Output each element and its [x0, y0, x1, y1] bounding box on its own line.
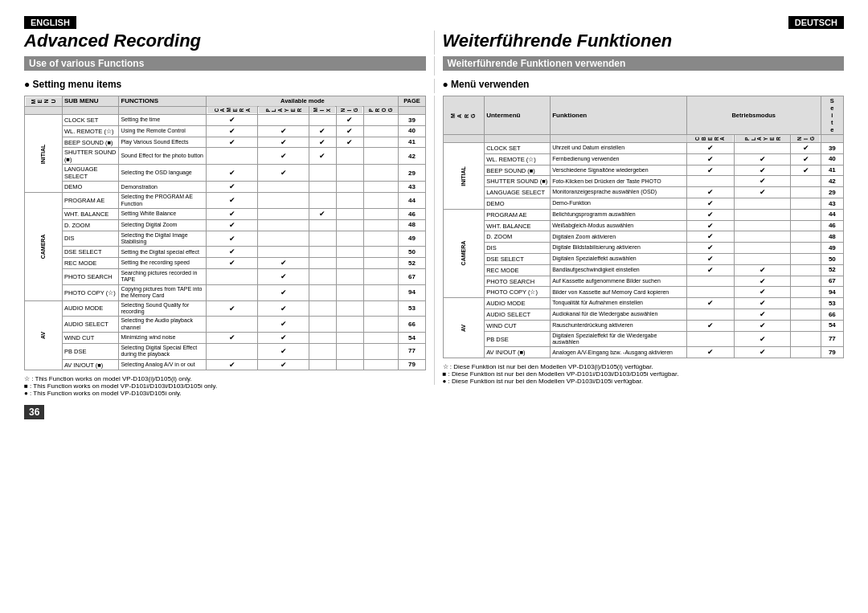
p-mode-cell [258, 182, 309, 193]
m-mode-cell [309, 333, 336, 344]
right-function-cell: Digitalen Spezialeffekt für die Wiederga… [551, 331, 687, 347]
submenu-cell: WL. REMOTE (☆) [62, 125, 119, 137]
right-footnotes: ☆ : Diese Funktion ist nur bei den Model… [443, 363, 845, 385]
p-mode-cell: ✔ [258, 165, 309, 182]
right-submenu-cell: PHOTO COPY (☆) [485, 287, 551, 298]
c-mode-cell [207, 343, 258, 359]
pr-mode-cell [363, 333, 399, 344]
right-page-cell: 42 [821, 176, 843, 187]
right-submenu-cell: LANGUAGE SELECT [485, 187, 551, 198]
submenu-cell: DSE SELECT [62, 247, 119, 258]
page-cell: 53 [399, 300, 425, 317]
right-n-mode-cell [791, 347, 821, 358]
submenu-cell: BEEP SOUND (■) [62, 137, 119, 148]
deutsch-badge: DEUTSCH [788, 16, 844, 29]
m-mode-cell [309, 300, 336, 317]
right-page-cell: 67 [821, 276, 843, 287]
right-submenu-cell: DIS [485, 243, 551, 254]
submenu-cell: PB DSE [62, 343, 119, 359]
p-mode-cell [258, 208, 309, 219]
right-submenu-cell: AV IN/OUT (■) [485, 347, 551, 358]
right-page-cell: 77 [821, 331, 843, 347]
submenu-cell: LANGUAGE SELECT [62, 165, 119, 182]
page-cell: 42 [399, 148, 425, 165]
pr-mode-cell [363, 268, 399, 284]
category-cell: AV [25, 300, 63, 370]
m-mode-cell [309, 182, 336, 193]
n-mode-cell: ✔ [336, 115, 363, 126]
right-function-cell: Analogen A/V-Eingang bzw. -Ausgang aktiv… [551, 347, 687, 358]
right-p-mode-cell [735, 220, 791, 231]
right-page-cell: 53 [821, 298, 843, 309]
left-footnote-item: ● : This Function works on model VP-D103… [24, 390, 426, 397]
menu-col-header: MENU [25, 96, 63, 107]
right-page-cell: 48 [821, 231, 843, 243]
function-cell: Play Various Sound Effects [119, 137, 207, 148]
c-mode-cell: ✔ [207, 193, 258, 209]
right-p-mode-cell [735, 143, 791, 154]
right-c-mode-cell: ✔ [686, 243, 734, 254]
p-mode-cell [258, 219, 309, 231]
m-mode-cell [309, 343, 336, 359]
right-footnote-item: ■ : Diese Funktion ist nur bei den Model… [443, 370, 845, 378]
right-footnote-item: ☆ : Diese Funktion ist nur bei den Model… [443, 363, 845, 370]
page-cell: 48 [399, 219, 425, 231]
right-p-mode-cell: ✔ [735, 187, 791, 198]
right-page-cell: 79 [821, 347, 843, 358]
mix-header: MIX [309, 106, 336, 114]
pr-mode-cell [363, 182, 399, 193]
n-mode-cell: ✔ [336, 125, 363, 137]
right-function-cell: Digitalen Zoom aktivieren [551, 231, 687, 243]
page: ENGLISH DEUTSCH Advanced Recording Weite… [0, 0, 868, 613]
submenu-cell: D. ZOOM [62, 219, 119, 231]
right-subtitle: Weiterführende Funktionen verwenden [443, 56, 845, 71]
function-cell: Selecting the Audio playback channel [119, 317, 207, 333]
function-cell: Selecting the PROGRAM AE Function [119, 193, 207, 209]
right-functions-header: Funktionen [551, 96, 687, 135]
p-mode-cell [258, 115, 309, 126]
right-submenu-cell: DSE SELECT [485, 254, 551, 265]
right-category-cell: AV [443, 298, 485, 358]
c-mode-cell [207, 317, 258, 333]
right-function-cell: Bandlaufgeschwindigkeit einstellen [551, 264, 687, 276]
right-function-cell: Uhrzeit und Datum einstellen [551, 143, 687, 154]
p-mode-cell [258, 193, 309, 209]
left-footnote-item: ☆ : This Function works on model VP-D103… [24, 375, 426, 382]
right-page-header2 [821, 135, 843, 143]
page-cell: 94 [399, 284, 425, 300]
pr-mode-cell [363, 258, 399, 269]
right-submenu-cell: DEMO [485, 198, 551, 210]
right-camera-header: CBERA [686, 135, 734, 143]
c-mode-cell [207, 268, 258, 284]
right-page-cell: 39 [821, 143, 843, 154]
m-mode-cell [309, 231, 336, 247]
n-mode-cell [336, 268, 363, 284]
right-function-cell: Foto-Klicken bei Drücken der Taste PHOTO [551, 176, 687, 187]
m-mode-cell [309, 284, 336, 300]
m-mode-cell: ✔ [309, 137, 336, 148]
right-p-mode-cell: ✔ [735, 165, 791, 176]
function-cell: Minimizing wind noise [119, 333, 207, 344]
pr-mode-cell [363, 125, 399, 137]
page-cell: 54 [399, 333, 425, 344]
right-function-cell: Audiokanal für die Wiedergabe auswählen [551, 309, 687, 321]
pr-mode-cell [363, 343, 399, 359]
right-c-mode-cell: ✔ [686, 320, 734, 331]
page-cell: 44 [399, 193, 425, 209]
submenu-cell: REC MODE [62, 258, 119, 269]
right-n-mode-cell [791, 331, 821, 347]
c-mode-cell: ✔ [207, 137, 258, 148]
submenu-cell: PHOTO SEARCH [62, 268, 119, 284]
right-p-mode-cell: ✔ [735, 276, 791, 287]
right-submenu-cell: PROGRAM AE [485, 209, 551, 220]
page-cell: 77 [399, 343, 425, 359]
pr-mode-cell [363, 115, 399, 126]
pr-mode-cell [363, 219, 399, 231]
right-n-mode-cell [791, 320, 821, 331]
page-cell: 49 [399, 231, 425, 247]
m-mode-cell [309, 247, 336, 258]
right-c-mode-cell: ✔ [686, 198, 734, 210]
nig-header: NIG [336, 106, 363, 114]
pr-mode-cell [363, 317, 399, 333]
c-mode-cell: ✔ [207, 333, 258, 344]
